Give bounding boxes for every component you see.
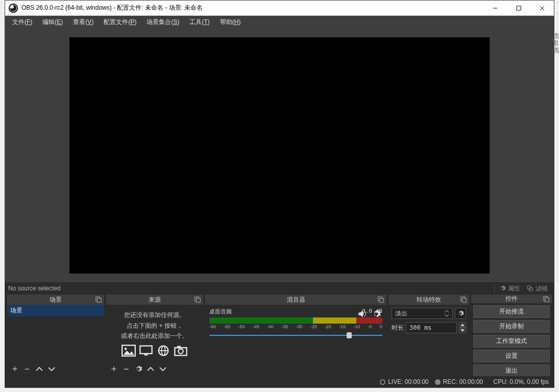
svg-point-22 <box>178 349 183 353</box>
mixer-volume-slider[interactable] <box>209 332 382 338</box>
controls-title: 控件 <box>505 295 518 303</box>
add-scene-button[interactable]: + <box>9 363 20 375</box>
statusbar: LIVE: 00:00:00 REC: 00:00:00 CPU: 0.0%, … <box>5 376 554 387</box>
mixer-title: 混音器 <box>287 296 305 304</box>
live-status: LIVE: 00:00:00 <box>388 378 428 385</box>
image-source-icon <box>121 345 136 357</box>
mixer-track-name: 桌面音频 <box>209 308 362 315</box>
minimize-button[interactable] <box>483 1 507 15</box>
cpu-status: CPU: 0.0%, 0.00 fps <box>493 378 549 385</box>
browser-source-icon <box>156 345 171 357</box>
svg-rect-24 <box>379 298 383 302</box>
sources-title: 来源 <box>149 296 161 304</box>
menu-scene-collection[interactable]: 场景集合(S) <box>141 16 184 28</box>
speaker-icon[interactable] <box>357 309 367 319</box>
scene-down-button[interactable] <box>46 363 57 375</box>
scenes-title: 场景 <box>50 296 62 304</box>
duration-input[interactable]: 300 ms <box>406 322 457 333</box>
svg-rect-15 <box>140 346 152 353</box>
filters-icon <box>526 285 533 292</box>
menu-help[interactable]: 帮助(H) <box>215 16 246 28</box>
close-button[interactable] <box>530 1 554 15</box>
sources-dock: 来源 您还没有添加任何源。 点击下面的 + 按钮， 或者右击此处添加一个。 <box>106 295 203 376</box>
camera-source-icon <box>174 345 188 357</box>
transitions-title: 转场特效 <box>417 296 441 304</box>
window-title: OBS 26.0.0-rc2 (64-bit, windows) - 配置文件:… <box>21 4 483 12</box>
svg-rect-26 <box>462 298 466 302</box>
remove-scene-button[interactable]: − <box>21 363 33 375</box>
popout-icon[interactable] <box>194 296 201 303</box>
preview-area[interactable] <box>5 28 554 282</box>
gear-icon <box>499 285 506 292</box>
popout-icon[interactable] <box>377 296 384 303</box>
transitions-dock: 转场特效 淡出 时长 300 ms <box>388 295 469 376</box>
rec-status: REC: 00:00:00 <box>443 378 483 385</box>
titlebar: OBS 26.0.0-rc2 (64-bit, windows) - 配置文件:… <box>5 1 554 16</box>
duration-down-button[interactable] <box>459 328 466 333</box>
menu-edit[interactable]: 编辑(E) <box>37 16 68 28</box>
properties-button[interactable]: 属性 <box>496 283 523 294</box>
studio-mode-button[interactable]: 工作室模式 <box>473 335 550 348</box>
duration-label: 时长 <box>392 324 404 332</box>
gear-icon[interactable] <box>371 309 381 319</box>
source-down-button[interactable] <box>157 363 168 375</box>
menu-view[interactable]: 查看(V) <box>68 16 99 28</box>
scene-list[interactable]: 场景 <box>7 305 104 362</box>
settings-button[interactable]: 设置 <box>473 350 550 362</box>
svg-rect-4 <box>517 6 521 10</box>
menu-tools[interactable]: 工具(T) <box>184 16 214 28</box>
mixer-dock: 混音器 桌面音频 0.0 dB -60-55-50-45-40-35-30-25… <box>205 295 386 376</box>
svg-rect-28 <box>545 298 549 302</box>
live-indicator-icon <box>380 379 385 385</box>
preview-canvas <box>69 37 490 274</box>
display-source-icon <box>139 345 153 357</box>
scene-item[interactable]: 场景 <box>7 305 104 316</box>
svg-rect-16 <box>144 353 148 355</box>
start-record-button[interactable]: 开始录制 <box>473 320 550 333</box>
source-up-button[interactable] <box>145 363 156 375</box>
controls-dock: 控件 开始推流 开始录制 工作室模式 设置 退出 <box>471 295 552 376</box>
add-source-button[interactable]: + <box>108 363 119 375</box>
popout-icon[interactable] <box>460 296 467 303</box>
svg-rect-12 <box>196 298 200 302</box>
menu-file[interactable]: 文件(F) <box>7 16 37 28</box>
scene-up-button[interactable] <box>34 363 45 375</box>
sources-empty[interactable]: 您还没有添加任何源。 点击下面的 + 按钮， 或者右击此处添加一个。 <box>106 305 203 362</box>
remove-source-button[interactable]: − <box>120 363 132 375</box>
start-stream-button[interactable]: 开始推流 <box>473 305 550 318</box>
mixer-ticks: -60-55-50-45-40-35-30-25-20-15-10-50 <box>209 324 382 329</box>
menu-profiles[interactable]: 配置文件(P) <box>99 16 141 28</box>
svg-point-2 <box>10 5 14 9</box>
popout-icon[interactable] <box>95 296 102 303</box>
svg-rect-10 <box>97 298 101 302</box>
popout-icon[interactable] <box>543 296 550 303</box>
transition-properties-button[interactable] <box>455 308 466 319</box>
svg-point-14 <box>125 348 127 350</box>
context-toolbar: No source selected 属性 滤镜 <box>5 282 554 295</box>
maximize-button[interactable] <box>507 1 530 15</box>
exit-button[interactable]: 退出 <box>473 364 550 377</box>
transition-select[interactable]: 淡出 <box>392 308 453 319</box>
filters-button[interactable]: 滤镜 <box>523 283 551 294</box>
svg-rect-21 <box>177 346 181 348</box>
rec-indicator-icon <box>435 379 441 385</box>
chevron-updown-icon <box>444 310 449 317</box>
duration-up-button[interactable] <box>459 322 466 328</box>
source-properties-button[interactable] <box>133 363 144 375</box>
scenes-dock: 场景 场景 + − <box>7 295 104 376</box>
no-source-label: No source selected <box>8 285 61 292</box>
menubar: 文件(F) 编辑(E) 查看(V) 配置文件(P) 场景集合(S) 工具(T) … <box>5 16 554 28</box>
obs-logo-icon <box>8 3 18 13</box>
